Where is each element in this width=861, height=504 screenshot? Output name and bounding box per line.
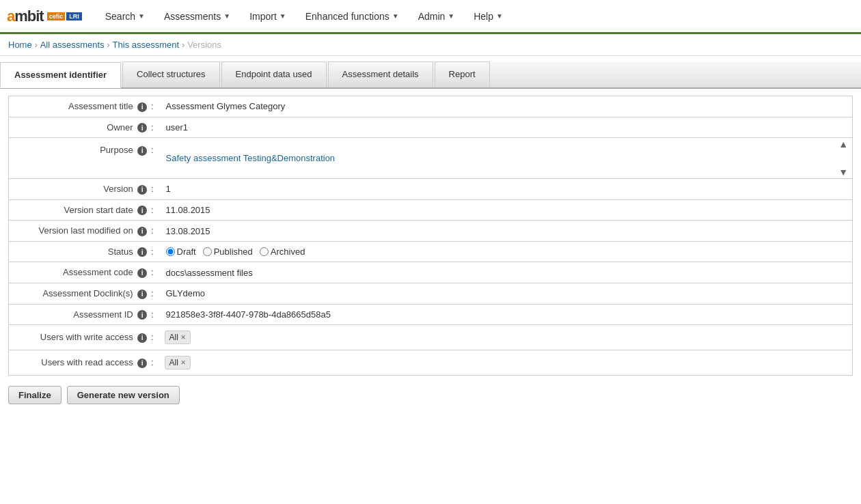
row-status: Status i : Draft Published Arch: [9, 241, 853, 262]
tab-assessment-identifier[interactable]: Assessment identifier: [0, 62, 121, 88]
read-access-tag-label: All: [169, 358, 178, 367]
row-assessment-doclinks: Assessment Doclink(s) i : GLYdemo: [9, 283, 853, 304]
label-assessment-id: Assessment ID i :: [9, 304, 159, 325]
value-write-access: All ×: [159, 325, 853, 350]
nav-help[interactable]: Help ▼: [464, 0, 512, 33]
row-assessment-title: Assessment title i : Assessment Glymes C…: [9, 96, 853, 117]
label-read-access: Users with read access i :: [9, 350, 159, 376]
row-write-access: Users with write access i : All ×: [9, 325, 853, 350]
value-owner: user1: [159, 117, 853, 138]
radio-published-input[interactable]: [203, 247, 212, 256]
info-icon-assessment-id[interactable]: i: [137, 310, 147, 320]
label-write-access: Users with write access i :: [9, 325, 159, 350]
radio-draft-input[interactable]: [166, 247, 175, 256]
info-icon-write-access[interactable]: i: [137, 333, 147, 343]
row-assessment-id: Assessment ID i : 921858e3-3f8f-4407-978…: [9, 304, 853, 325]
info-icon-version-last-modified[interactable]: i: [137, 227, 147, 236]
value-assessment-doclinks: GLYdemo: [159, 283, 853, 304]
logo-cefic: cefic LRI: [47, 12, 82, 20]
bottom-buttons: Finalize Generate new version: [8, 386, 853, 404]
info-icon-status[interactable]: i: [137, 247, 147, 257]
label-assessment-doclinks: Assessment Doclink(s) i :: [9, 283, 159, 304]
radio-archived[interactable]: Archived: [260, 247, 305, 257]
main-nav: Search ▼ Assessments ▼ Import ▼ Enhanced…: [96, 0, 512, 33]
cefic-badge: cefic: [47, 12, 66, 20]
nav-assessments[interactable]: Assessments ▼: [154, 0, 240, 33]
info-icon-version-start-date[interactable]: i: [137, 206, 147, 215]
read-access-tag-remove-icon[interactable]: ×: [181, 358, 186, 367]
info-icon-owner[interactable]: i: [137, 123, 147, 132]
nav-search[interactable]: Search ▼: [96, 0, 154, 33]
radio-published[interactable]: Published: [203, 247, 253, 257]
nav-import[interactable]: Import ▼: [240, 0, 296, 33]
breadcrumb-all-assessments[interactable]: All assessments: [40, 40, 105, 50]
info-icon-assessment-code[interactable]: i: [137, 268, 147, 278]
assessment-form: Assessment title i : Assessment Glymes C…: [8, 96, 853, 376]
breadcrumb-home[interactable]: Home: [8, 40, 32, 50]
breadcrumb: Home › All assessments › This assessment…: [0, 34, 861, 56]
label-version: Version i :: [9, 179, 159, 200]
tab-endpoint-data-used[interactable]: Endpoint data used: [221, 61, 327, 87]
tab-collect-structures[interactable]: Collect structures: [122, 61, 219, 87]
info-icon-purpose[interactable]: i: [137, 146, 147, 156]
scroll-up-icon[interactable]: ▲: [837, 138, 849, 150]
write-access-tag-label: All: [169, 333, 178, 342]
scroll-down-icon[interactable]: ▼: [837, 166, 849, 178]
lri-badge: LRI: [66, 12, 82, 20]
label-owner: Owner i :: [9, 117, 159, 138]
label-assessment-code: Assessment code i :: [9, 262, 159, 283]
info-icon-assessment-title[interactable]: i: [137, 102, 147, 112]
value-status: Draft Published Archived: [159, 241, 853, 262]
info-icon-assessment-doclinks[interactable]: i: [137, 290, 147, 299]
label-status: Status i :: [9, 241, 159, 262]
breadcrumb-this-assessment[interactable]: This assessment: [113, 40, 180, 50]
info-icon-version[interactable]: i: [137, 185, 147, 195]
tabs: Assessment identifier Collect structures…: [0, 61, 861, 89]
enhanced-arrow-icon: ▼: [392, 12, 399, 20]
row-read-access: Users with read access i : All ×: [9, 350, 853, 376]
row-owner: Owner i : user1: [9, 117, 853, 138]
value-purpose: Safety assessment Testing&Demonstration …: [159, 138, 853, 179]
tab-report[interactable]: Report: [435, 61, 490, 87]
purpose-text: Safety assessment Testing&Demonstration: [166, 153, 349, 163]
read-access-tag: All ×: [165, 356, 191, 369]
logo-text: ambit: [7, 8, 44, 25]
breadcrumb-sep-1: ›: [35, 40, 38, 50]
import-arrow-icon: ▼: [279, 12, 286, 20]
label-purpose: Purpose i :: [9, 138, 159, 179]
info-icon-read-access[interactable]: i: [137, 359, 147, 368]
row-version-start-date: Version start date i : 11.08.2015: [9, 199, 853, 221]
nav-admin[interactable]: Admin ▼: [409, 0, 465, 33]
row-purpose: Purpose i : Safety assessment Testing&De…: [9, 138, 853, 179]
value-assessment-id: 921858e3-3f8f-4407-978b-4da8665d58a5: [159, 304, 853, 325]
label-version-last-modified: Version last modified on i :: [9, 221, 159, 242]
admin-arrow-icon: ▼: [448, 12, 454, 20]
write-access-tag-remove-icon[interactable]: ×: [181, 333, 186, 342]
value-read-access: All ×: [159, 350, 853, 376]
row-assessment-code: Assessment code i : docs\assessment file…: [9, 262, 853, 283]
nav-enhanced-functions[interactable]: Enhanced functions ▼: [296, 0, 409, 33]
radio-published-label: Published: [214, 247, 253, 257]
radio-archived-input[interactable]: [260, 247, 269, 256]
breadcrumb-sep-3: ›: [182, 40, 184, 50]
write-access-tag: All ×: [165, 331, 191, 344]
logo: ambit cefic LRI: [7, 8, 82, 25]
value-version-last-modified: 13.08.2015: [159, 221, 853, 242]
label-version-start-date: Version start date i :: [9, 199, 159, 221]
tab-assessment-details[interactable]: Assessment details: [328, 61, 433, 87]
row-version-last-modified: Version last modified on i : 13.08.2015: [9, 221, 853, 242]
main-content: Assessment title i : Assessment Glymes C…: [0, 89, 861, 411]
generate-new-version-button[interactable]: Generate new version: [67, 386, 180, 404]
breadcrumb-sep-2: ›: [107, 40, 110, 50]
header: ambit cefic LRI Search ▼ Assessments ▼ I…: [0, 0, 861, 34]
value-version-start-date: 11.08.2015: [159, 199, 853, 221]
breadcrumb-versions: Versions: [187, 40, 221, 50]
finalize-button[interactable]: Finalize: [8, 386, 62, 404]
search-arrow-icon: ▼: [138, 12, 145, 20]
status-radio-group: Draft Published Archived: [166, 247, 846, 257]
radio-draft[interactable]: Draft: [166, 247, 196, 257]
value-version: 1: [159, 179, 853, 200]
radio-archived-label: Archived: [271, 247, 305, 257]
assessments-arrow-icon: ▼: [223, 12, 230, 20]
radio-draft-label: Draft: [177, 247, 196, 257]
